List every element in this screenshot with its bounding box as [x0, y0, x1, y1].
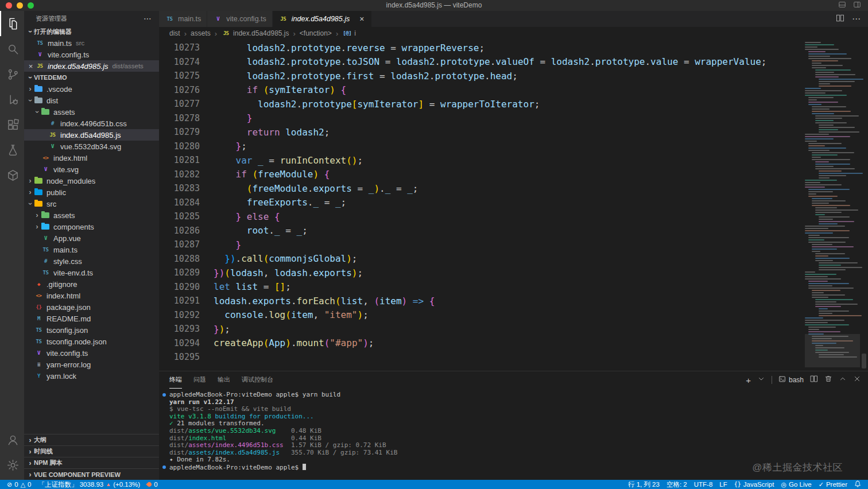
statusbar-item-notifications[interactable]	[851, 480, 865, 489]
account-icon[interactable]	[0, 427, 24, 452]
testing-icon[interactable]	[0, 137, 24, 162]
code-line[interactable]: 10273 lodash2.prototype.reverse = wrappe…	[159, 41, 804, 55]
code-line[interactable]: 10291lodash.exports.forEach(list, (item)…	[159, 294, 804, 308]
tree-item[interactable]: ›public	[24, 187, 159, 198]
code-line[interactable]: 10284 freeExports._ = _;	[159, 196, 804, 210]
terminal-instance-item[interactable]: bash	[778, 375, 804, 385]
tree-item[interactable]: ›dist	[24, 95, 159, 106]
line-number[interactable]: 10278	[159, 113, 214, 123]
open-editor-item[interactable]: ×JSindex.d5a4d985.jsdist/assets	[24, 60, 159, 72]
search-icon[interactable]	[0, 36, 24, 61]
line-number[interactable]: 10286	[159, 226, 214, 236]
explorer-icon[interactable]	[0, 11, 24, 36]
tree-item[interactable]: ›Vvite.config.ts	[24, 347, 159, 359]
code-line[interactable]: 10283 (freeModule.exports = _)._ = _;	[159, 181, 804, 196]
tree-item[interactable]: ›<>index.html	[24, 152, 159, 164]
statusbar-item-go-live[interactable]: ◎Go Live	[777, 480, 815, 489]
code-line[interactable]: 10288 }).call(commonjsGlobal);	[159, 252, 804, 266]
more-actions-icon[interactable]: ⋯	[852, 14, 861, 24]
settings-icon[interactable]	[0, 452, 24, 478]
close-window-button[interactable]	[6, 2, 12, 9]
panel-tab-输出[interactable]: 输出	[218, 371, 230, 389]
trash-icon[interactable]	[824, 375, 832, 385]
close-icon[interactable]	[853, 375, 861, 385]
sidebar-section-大纲[interactable]: ›大纲	[24, 434, 159, 445]
open-editor-item[interactable]: TSmain.tssrc	[24, 37, 159, 49]
close-tab-icon[interactable]: ×	[358, 14, 366, 24]
code-editor[interactable]: 10273 lodash2.prototype.reverse = wrappe…	[159, 40, 868, 371]
line-number[interactable]: 10279	[159, 127, 214, 137]
tree-item[interactable]: ›TSmain.ts	[24, 244, 159, 255]
statusbar-item-eol[interactable]: LF	[716, 480, 730, 489]
tree-item[interactable]: ›assets	[24, 209, 159, 221]
code-line[interactable]: 10274 lodash2.prototype.toJSON = lodash2…	[159, 55, 804, 69]
tree-item[interactable]: ›Vvue.5532db34.svg	[24, 141, 159, 152]
close-editor-icon[interactable]: ×	[26, 62, 35, 71]
statusbar-item-language-mode[interactable]: {}JavaScript	[731, 480, 778, 489]
new-terminal-icon[interactable]: +	[746, 376, 751, 385]
tree-item[interactable]: ›<>index.html	[24, 290, 159, 301]
zoom-window-button[interactable]	[28, 2, 34, 9]
line-number[interactable]: 10282	[159, 169, 214, 180]
code-line[interactable]: 10277 lodash2.prototype[symIterator] = w…	[159, 97, 804, 111]
statusbar-item-stock-ticker[interactable]: 「上证指数」 3038.93▲(+0.13%)	[35, 480, 144, 489]
line-number[interactable]: 10291	[159, 296, 214, 306]
tree-item[interactable]: ›Vvite.svg	[24, 164, 159, 175]
sidebar-section-VUE COMPONENT PREVIEW[interactable]: ›VUE COMPONENT PREVIEW	[24, 468, 159, 480]
code-line[interactable]: 10279 return lodash2;	[159, 125, 804, 139]
statusbar-item-prettier[interactable]: ✓Prettier	[815, 480, 851, 489]
breadcrumb-item[interactable]: dist	[169, 29, 180, 37]
code-line[interactable]: 10285 } else {	[159, 209, 804, 224]
panel-tab-调试控制台[interactable]: 调试控制台	[242, 371, 273, 389]
project-root-header[interactable]: › VITEDEMO	[24, 72, 159, 83]
line-number[interactable]: 10295	[159, 352, 214, 362]
tree-item[interactable]: ›#style.css	[24, 255, 159, 267]
line-number[interactable]: 10274	[159, 57, 214, 67]
code-line[interactable]: 10290let list = [];	[159, 280, 804, 294]
statusbar-item-encoding[interactable]: UTF-8	[691, 480, 716, 489]
minimap[interactable]	[805, 40, 860, 371]
line-number[interactable]: 10273	[159, 42, 214, 53]
extensions-icon[interactable]	[0, 112, 24, 137]
line-number[interactable]: 10294	[159, 338, 214, 348]
line-number[interactable]: 10293	[159, 324, 214, 334]
line-number[interactable]: 10285	[159, 211, 214, 222]
breadcrumb-item[interactable]: JSindex.d5a4d985.js	[221, 29, 289, 37]
layout-sidebar-icon[interactable]	[853, 1, 861, 11]
line-number[interactable]: 10290	[159, 282, 214, 292]
tree-item[interactable]: ›{}package.json	[24, 301, 159, 313]
open-editor-item[interactable]: Vvite.config.ts	[24, 49, 159, 60]
sidebar-more-actions-icon[interactable]: ⋯	[144, 14, 152, 23]
panel-tab-终端[interactable]: 终端	[169, 371, 182, 389]
command-decoration-dot[interactable]	[162, 393, 166, 397]
code-line[interactable]: 10278 }	[159, 111, 804, 126]
source-control-icon[interactable]	[0, 61, 24, 87]
tree-item[interactable]: ›assets	[24, 106, 159, 118]
editor-scrollbar[interactable]	[860, 40, 868, 371]
code-line[interactable]: 10287 }	[159, 238, 804, 252]
chevron-down-icon[interactable]	[757, 375, 765, 385]
tree-item[interactable]: ›VApp.vue	[24, 232, 159, 244]
line-number[interactable]: 10288	[159, 254, 214, 264]
line-number[interactable]: 10276	[159, 85, 214, 95]
tree-item[interactable]: ›node_modules	[24, 175, 159, 187]
minimap-slider[interactable]	[805, 334, 860, 367]
tree-item[interactable]: ›#index.4496d51b.css	[24, 118, 159, 129]
tree-item[interactable]: ›JSindex.d5a4d985.js	[24, 129, 159, 141]
line-number[interactable]: 10287	[159, 239, 214, 250]
command-decoration-dot[interactable]	[162, 465, 166, 469]
tab-index.d5a4d985.js[interactable]: JSindex.d5a4d985.js×	[273, 11, 372, 27]
editor-scrollbar-thumb[interactable]	[862, 354, 866, 368]
code-line[interactable]: 10282 if (freeModule) {	[159, 168, 804, 182]
code-line[interactable]: 10275 lodash2.prototype.first = lodash2.…	[159, 69, 804, 83]
breadcrumb-item[interactable]: assets	[191, 29, 211, 37]
tree-item[interactable]: ›TStsconfig.node.json	[24, 336, 159, 347]
run-debug-icon[interactable]	[0, 87, 24, 112]
line-number[interactable]: 10277	[159, 99, 214, 109]
tree-item[interactable]: ›src	[24, 198, 159, 209]
statusbar-item-problems[interactable]: ⊘0△0	[3, 480, 35, 489]
code-line[interactable]: 10292 console.log(item, "item");	[159, 308, 804, 323]
minimize-window-button[interactable]	[17, 2, 23, 9]
breadcrumb-item[interactable]: <function>	[300, 29, 332, 37]
split-icon[interactable]	[810, 375, 818, 385]
